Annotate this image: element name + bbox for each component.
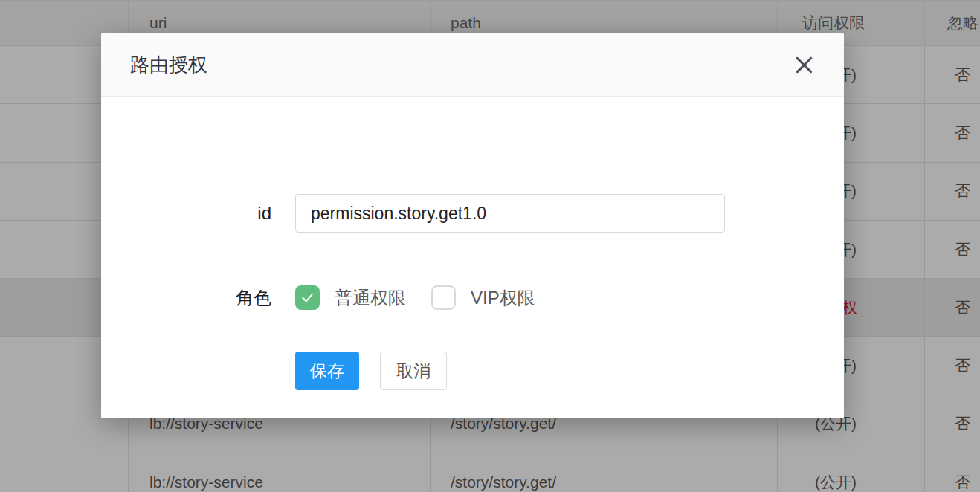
checkbox-label-vip-permission[interactable]: VIP权限 bbox=[471, 286, 535, 310]
id-label: id bbox=[101, 203, 271, 224]
check-icon bbox=[300, 290, 315, 305]
close-button[interactable] bbox=[780, 33, 828, 96]
close-icon bbox=[795, 56, 813, 74]
id-form-row: id bbox=[101, 194, 725, 233]
route-auth-modal: 路由授权 id 角色 普通权限 VIP权限 保存 取消 bbox=[101, 33, 844, 418]
id-input[interactable] bbox=[295, 194, 725, 233]
cancel-button[interactable]: 取消 bbox=[380, 352, 447, 390]
buttons-form-row: 保存 取消 bbox=[101, 352, 447, 390]
role-form-row: 角色 普通权限 VIP权限 bbox=[101, 285, 535, 310]
checkbox-label-normal-permission[interactable]: 普通权限 bbox=[335, 286, 406, 310]
modal-body: id 角色 普通权限 VIP权限 保存 取消 bbox=[101, 97, 844, 418]
checkbox-normal-permission[interactable] bbox=[295, 285, 320, 310]
modal-title: 路由授权 bbox=[130, 52, 207, 78]
modal-header: 路由授权 bbox=[101, 33, 844, 97]
save-button[interactable]: 保存 bbox=[295, 352, 359, 390]
role-label: 角色 bbox=[101, 286, 271, 310]
checkbox-vip-permission[interactable] bbox=[431, 285, 456, 310]
